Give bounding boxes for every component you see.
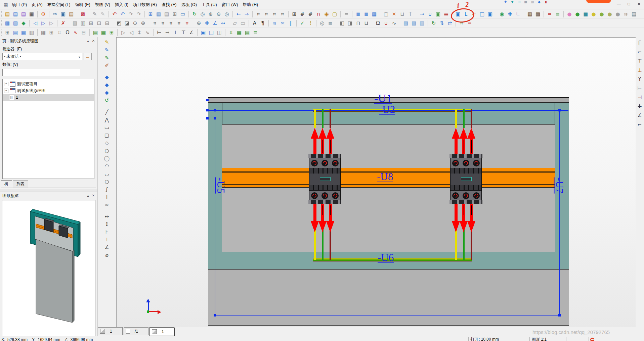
draw-rectangle-tool[interactable]: ▭ xyxy=(103,124,111,132)
corner-tool-2-icon[interactable]: ⌐ xyxy=(636,48,644,57)
menu-item-a[interactable]: 页 (A) xyxy=(29,0,45,9)
panel-tab-列表[interactable]: 列表 xyxy=(13,180,28,188)
menu-item-p[interactable]: 项目 (P) xyxy=(9,0,29,9)
device-tag-u1[interactable]: -U1 xyxy=(374,93,392,104)
device-tag-u7[interactable]: -U7 xyxy=(541,180,578,191)
grid-snap-1-button[interactable]: ⌗ xyxy=(151,19,159,27)
connection-pair-button[interactable]: ≍ xyxy=(279,19,286,27)
menu-item-w[interactable]: 窗口 (W) xyxy=(219,0,241,9)
title-add-icon[interactable]: ✚ xyxy=(503,0,509,4)
green-rows-button[interactable]: ▤ xyxy=(244,29,251,36)
device-box-2-button[interactable]: ◪ xyxy=(123,19,131,27)
parts-cart-button[interactable]: ⊔ xyxy=(398,10,406,18)
draw-polyline-tool[interactable]: ⋀ xyxy=(103,116,111,124)
menu-item-h[interactable]: 帮助 (H) xyxy=(240,0,260,9)
device-circle-button[interactable]: ⊙ xyxy=(131,19,139,27)
rotate-green-button[interactable]: ↻ xyxy=(430,19,437,27)
wire-top-1-left[interactable] xyxy=(322,109,324,128)
draw-spline-tool[interactable]: ∫ xyxy=(103,186,111,193)
grid-green-button[interactable]: ⌗ xyxy=(458,19,465,27)
move-with-point-button[interactable]: ✚ xyxy=(506,10,514,18)
cut-button[interactable]: ✂ xyxy=(51,10,59,18)
frame-blue-button[interactable]: ▣ xyxy=(200,29,207,36)
junction-t-down-icon[interactable]: ⊤ xyxy=(636,57,644,66)
menu-item-f[interactable]: 查找 (F) xyxy=(159,0,179,9)
circle-gray-button[interactable]: ● xyxy=(614,10,621,18)
dim-top-button[interactable]: ⊤ xyxy=(180,29,187,36)
location-pin-icon[interactable]: ◉ xyxy=(498,10,506,18)
selection-line-right[interactable] xyxy=(559,110,560,315)
title-grid-icon[interactable]: ▦ xyxy=(523,0,529,4)
window-cascade-button[interactable]: ⊞ xyxy=(4,29,11,36)
wire-top-2-left[interactable] xyxy=(330,109,331,128)
device-tag-u6[interactable]: -U6 xyxy=(378,252,394,263)
draw-ellipse-tool[interactable]: ○ xyxy=(103,178,111,186)
paragraph-button[interactable]: ¶ xyxy=(259,19,266,27)
dim-right-button[interactable]: ⊣ xyxy=(164,29,171,36)
line-width-button[interactable]: ━ xyxy=(343,10,350,18)
restore-button[interactable]: □ xyxy=(624,1,634,7)
selection-handle[interactable] xyxy=(206,109,209,111)
redo-button[interactable]: ↷ xyxy=(127,10,134,18)
workbook-view-button[interactable]: ▦ xyxy=(155,10,162,18)
undo-button[interactable]: ↶ xyxy=(111,10,118,18)
page-preview-button[interactable]: ▤ xyxy=(163,10,170,18)
panel-close-icon[interactable]: ✕ xyxy=(91,39,96,43)
measure-radius-tool[interactable]: ⌀ xyxy=(103,251,111,259)
skew-box-button[interactable]: ▱ xyxy=(231,19,239,27)
corner-connector-button[interactable]: ⌐ xyxy=(470,10,478,18)
green-table-button[interactable]: ▦ xyxy=(100,29,107,36)
layer-green-button[interactable]: ≡ xyxy=(554,10,561,18)
draw-line-tool[interactable]: ╱ xyxy=(103,108,111,116)
jump-connector-button[interactable]: ∩ xyxy=(315,10,322,18)
delete-placement-button[interactable]: ✗ xyxy=(59,19,67,27)
delete-selection-button[interactable]: ⊠ xyxy=(79,10,87,18)
measure-angle-tool[interactable]: ∠ xyxy=(103,244,111,251)
paste-button[interactable]: ▤ xyxy=(68,10,75,18)
device-tag-u2[interactable]: -U2 xyxy=(379,104,395,115)
selection-handle[interactable] xyxy=(206,99,209,101)
print-button[interactable]: ▣ xyxy=(28,10,35,18)
zoom-window-button[interactable]: ◎ xyxy=(223,10,230,18)
junction-t-up-icon[interactable]: ⊥ xyxy=(636,66,644,75)
hatch-box-3-button[interactable]: ▤ xyxy=(418,19,426,27)
options-box-button[interactable]: ▢ xyxy=(382,10,390,18)
circuit-breaker-left[interactable] xyxy=(309,154,341,204)
nav-diagonal-button[interactable]: ⇘ xyxy=(144,29,151,36)
device-tag-u5[interactable]: -U5 xyxy=(202,180,239,191)
refresh-view-button[interactable]: ↻ xyxy=(191,10,198,18)
circle-pink-button[interactable]: ● xyxy=(566,10,573,18)
angle-junction-icon[interactable]: ∠ xyxy=(636,111,644,120)
cube-blue-1-icon[interactable]: ◆ xyxy=(103,74,111,81)
place-l-shape-button[interactable]: L xyxy=(462,10,470,18)
nav-right-button[interactable]: ▷ xyxy=(120,29,127,36)
layers-stack-button[interactable]: ≋ xyxy=(622,10,630,18)
hatch-box-1-button[interactable]: ▧ xyxy=(402,19,410,27)
circle-green-button[interactable]: ● xyxy=(574,10,581,18)
line-red-button[interactable]: ━ xyxy=(466,19,473,27)
device-star-button[interactable]: ⊛ xyxy=(139,19,147,27)
angle-tool-button[interactable]: ∠ xyxy=(211,19,219,27)
preview-collapse-icon[interactable]: ▴ xyxy=(85,193,91,198)
frame-handles-button[interactable]: □ xyxy=(478,10,486,18)
snap-grid-d-button[interactable]: ⌗ xyxy=(279,10,286,18)
wire-top-2-right[interactable] xyxy=(471,109,472,128)
move-tool-button[interactable]: ✚ xyxy=(203,19,211,27)
warnings-button[interactable]: ! xyxy=(307,19,314,27)
zoom-lens-icon[interactable]: ◎ xyxy=(199,10,206,18)
green-cells-button[interactable]: ▦ xyxy=(235,29,243,36)
corner-tool-1-icon[interactable]: Γ xyxy=(636,39,644,48)
library-book-button[interactable]: ▤ xyxy=(630,10,638,18)
open-page-button[interactable]: ▤ xyxy=(12,10,19,18)
selection-line-left[interactable] xyxy=(215,110,215,315)
measure-baseline-tool[interactable]: ⊥ xyxy=(103,236,111,244)
draw-polygon-tool[interactable]: ◇ xyxy=(103,139,111,147)
mounting-panel[interactable] xyxy=(208,269,569,326)
green-window-button[interactable]: ⊞ xyxy=(108,29,115,36)
connection-point-button[interactable]: ⊸ xyxy=(418,10,426,18)
paint-tools-icon[interactable]: ✐ xyxy=(103,62,111,69)
red-connector-button[interactable]: ▬ xyxy=(442,10,450,18)
insert-text-tool[interactable]: T xyxy=(103,193,111,201)
menu-item-u[interactable]: 工具 (U) xyxy=(199,0,219,9)
snap-grid-a-button[interactable]: ⌗ xyxy=(255,10,262,18)
